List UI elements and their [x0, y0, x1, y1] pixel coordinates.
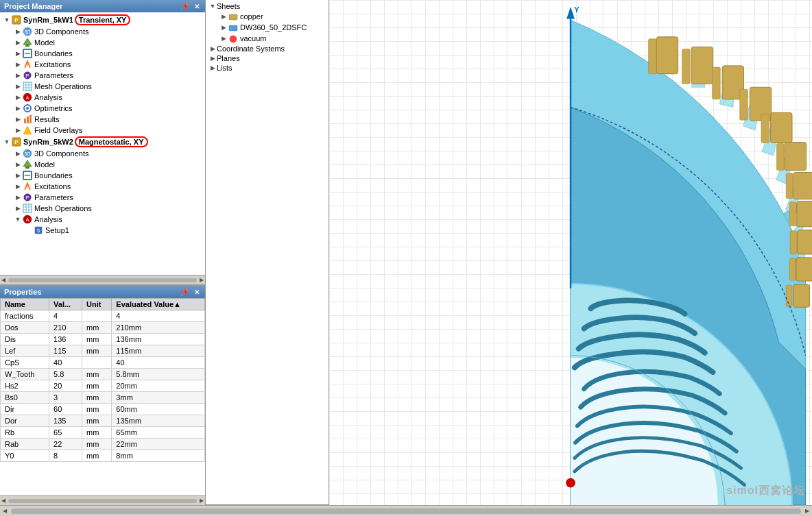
expand-icon[interactable] — [25, 226, 33, 234]
sheets-item-planes[interactable]: ▶Planes — [206, 53, 329, 63]
svg-rect-29 — [25, 167, 29, 169]
scroll-left-btn[interactable]: ◀ — [1, 277, 5, 283]
table-row[interactable]: fractions44 — [1, 310, 205, 322]
expand-icon[interactable]: ▼ — [3, 138, 11, 146]
props-pin-button[interactable]: 📌 — [179, 288, 190, 296]
cell-evaluated: 5.8mm — [112, 369, 205, 380]
tree-item-optimetrics1[interactable]: ▶Optimetrics — [0, 103, 205, 114]
tree-item-setup1[interactable]: SSetup1 — [0, 225, 205, 236]
expand-icon[interactable]: ▶ — [14, 71, 22, 79]
table-row[interactable]: Rb65mm65mm — [1, 427, 205, 439]
sheets-panel[interactable]: ▼Sheets▶copper▶DW360_50_2DSFC▶vacuum▶Coo… — [206, 0, 329, 505]
sheets-expand-icon[interactable]: ▼ — [208, 2, 217, 10]
expand-icon[interactable]: ▶ — [14, 82, 22, 90]
expand-icon[interactable]: ▶ — [14, 115, 22, 123]
table-row[interactable]: W_Tooth5.8mm5.8mm — [1, 369, 205, 380]
tree-item-model1[interactable]: ▶Model — [0, 37, 205, 48]
expand-icon[interactable]: ▶ — [14, 182, 22, 191]
tree-item-boundaries1[interactable]: ▶Boundaries — [0, 48, 205, 59]
tree-item-3dcomp1[interactable]: ▶3D3D Components — [0, 26, 205, 37]
table-row[interactable]: Dos210mm210mm — [1, 322, 205, 334]
expand-icon[interactable]: ▶ — [14, 27, 22, 36]
props-scroll-right[interactable]: ▶ — [200, 497, 204, 504]
cell-value: 65 — [49, 427, 82, 439]
tree-item-analysis2[interactable]: ▼AAnalysis — [0, 214, 205, 225]
expand-icon[interactable]: ▼ — [14, 215, 22, 223]
props-scroll-left[interactable]: ◀ — [1, 497, 5, 504]
tree-item-excitations2[interactable]: ▶Excitations — [0, 181, 205, 192]
tree-item-fieldoverlays1[interactable]: ▶Field Overlays — [0, 125, 205, 136]
hscroll-left[interactable]: ◀ — [0, 508, 10, 514]
expand-icon[interactable]: ▶ — [14, 126, 22, 134]
tree-item-label: Mesh Operations — [34, 204, 92, 212]
hscroll-right[interactable]: ▶ — [802, 508, 812, 514]
expand-icon[interactable]: ▶ — [14, 104, 22, 112]
expand-icon[interactable]: ▶ — [14, 49, 22, 58]
cell-name: Dis — [1, 334, 49, 345]
expand-icon[interactable]: ▶ — [14, 93, 22, 101]
tree-item-boundaries2[interactable]: ▶Boundaries — [0, 170, 205, 181]
expand-icon[interactable]: ▶ — [14, 38, 22, 47]
tree-item-mesh2[interactable]: ▶Mesh Operations — [0, 203, 205, 214]
table-row[interactable]: Dor135mm135mm — [1, 415, 205, 427]
tree-item-excitations1[interactable]: ▶Excitations — [0, 59, 205, 70]
cell-name: Hs2 — [1, 380, 49, 392]
bottom-scrollbar[interactable]: ◀ ▶ — [0, 505, 812, 516]
props-close-button[interactable]: ✕ — [193, 288, 201, 296]
table-row[interactable]: Hs220mm20mm — [1, 380, 205, 392]
sheets-item-vacuum[interactable]: ▶vacuum — [206, 33, 329, 44]
tree-scrollbar[interactable]: ◀ ▶ — [0, 275, 205, 284]
expand-icon[interactable]: ▶ — [14, 60, 22, 69]
table-row[interactable]: Lef115mm115mm — [1, 345, 205, 357]
sheets-expand-icon[interactable]: ▶ — [219, 12, 228, 21]
table-row[interactable]: Rab22mm22mm — [1, 439, 205, 450]
expand-icon[interactable]: ▶ — [14, 171, 22, 180]
expand-icon[interactable]: ▶ — [14, 160, 22, 169]
table-row[interactable]: Dis136mm136mm — [1, 334, 205, 345]
project-tree[interactable]: ▼PSynRm_5kW1Transient, XY▶3D3D Component… — [0, 12, 205, 275]
cell-evaluated: 3mm — [112, 392, 205, 404]
expand-icon[interactable]: ▼ — [3, 16, 11, 24]
main-canvas[interactable]: Y simol西窝论坛 — [329, 0, 812, 505]
tree-item-3dcomp2[interactable]: ▶3D3D Components — [0, 148, 205, 159]
sheets-expand-icon[interactable]: ▶ — [208, 54, 217, 62]
sheets-item-dw360[interactable]: ▶DW360_50_2DSFC — [206, 22, 329, 33]
sheets-item-sheets[interactable]: ▼Sheets — [206, 1, 329, 11]
sheets-item-coordsys[interactable]: ▶Coordinate Systems — [206, 44, 329, 53]
close-button[interactable]: ✕ — [193, 3, 201, 10]
sheets-expand-icon[interactable]: ▶ — [208, 45, 217, 53]
sheets-expand-icon[interactable]: ▶ — [219, 23, 228, 32]
tree-item-synrm1[interactable]: ▼PSynRm_5kW1Transient, XY — [0, 14, 205, 26]
table-row[interactable]: Dir60mm60mm — [1, 404, 205, 415]
tree-item-parameters2[interactable]: ▶PParameters — [0, 192, 205, 203]
tree-item-mesh1[interactable]: ▶Mesh Operations — [0, 81, 205, 92]
properties-title: Properties — [4, 288, 41, 296]
table-row[interactable]: Bs03mm3mm — [1, 392, 205, 404]
svg-text:S: S — [37, 228, 40, 233]
sheets-expand-icon[interactable]: ▶ — [208, 64, 217, 72]
properties-table-area[interactable]: Name Val... Unit Evaluated Value▲ fracti… — [0, 298, 205, 495]
table-row[interactable]: Y08mm8mm — [1, 450, 205, 462]
sheets-expand-icon[interactable]: ▶ — [219, 34, 228, 42]
sheets-item-lists[interactable]: ▶Lists — [206, 63, 329, 73]
expand-icon[interactable]: ▶ — [14, 149, 22, 158]
tree-item-results1[interactable]: ▶Results — [0, 114, 205, 125]
svg-rect-35 — [23, 204, 32, 212]
props-scrollbar[interactable]: ◀ ▶ — [0, 495, 205, 505]
cell-evaluated: 20mm — [112, 380, 205, 392]
table-row[interactable]: CpS4040 — [1, 357, 205, 369]
expand-icon[interactable]: ▶ — [14, 204, 22, 212]
tree-item-synrm2[interactable]: ▼PSynRm_5kW2Magnetostatic, XY — [0, 136, 205, 148]
expand-icon[interactable]: ▶ — [14, 193, 22, 201]
sheets-item-copper[interactable]: ▶copper — [206, 11, 329, 22]
model-icon — [22, 38, 33, 47]
properties-titlebar: Properties 📌 ✕ — [0, 286, 205, 298]
svg-rect-56 — [797, 201, 812, 227]
cell-evaluated: 136mm — [112, 334, 205, 345]
scroll-right-btn[interactable]: ▶ — [200, 277, 204, 283]
tree-item-model2[interactable]: ▶Model — [0, 159, 205, 170]
cell-unit: mm — [82, 380, 112, 392]
tree-item-parameters1[interactable]: ▶PParameters — [0, 70, 205, 81]
pin-button[interactable]: 📌 — [179, 3, 190, 10]
tree-item-analysis1[interactable]: ▶AAnalysis — [0, 92, 205, 103]
